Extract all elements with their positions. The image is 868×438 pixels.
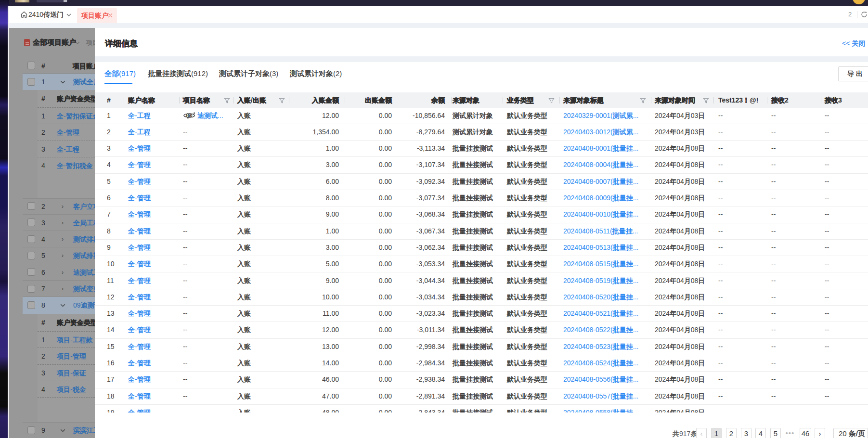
- svg-text:360: 360: [185, 113, 193, 117]
